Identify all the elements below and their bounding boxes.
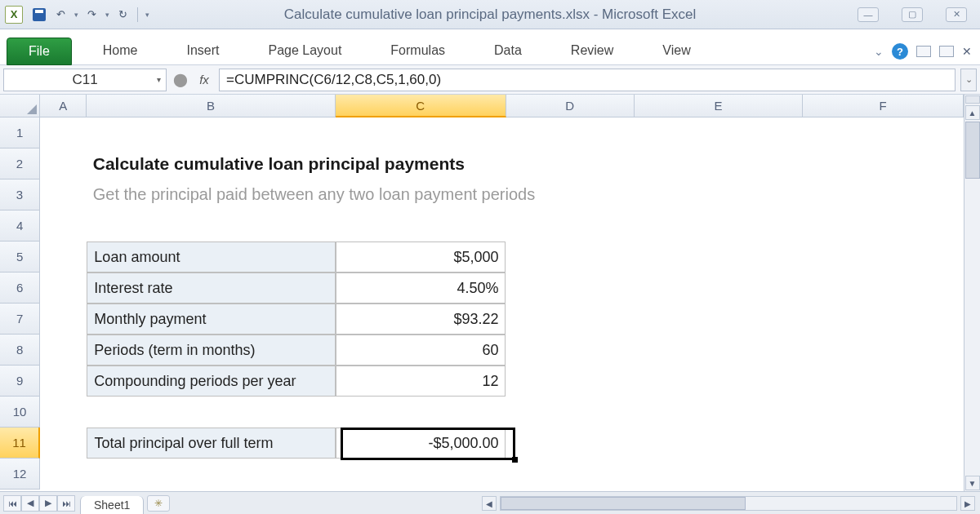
cell[interactable] <box>636 148 804 179</box>
row-header-11[interactable]: 11 <box>0 428 40 459</box>
cell[interactable] <box>506 241 634 273</box>
fx-icon[interactable]: fx <box>194 73 214 86</box>
cell[interactable] <box>803 335 964 366</box>
scroll-down-button[interactable]: ▼ <box>965 476 980 490</box>
cell[interactable] <box>40 459 87 490</box>
qat-customize[interactable]: ▾ <box>143 5 151 24</box>
cell[interactable] <box>635 210 803 241</box>
cell[interactable] <box>636 179 804 210</box>
cell[interactable] <box>40 148 87 179</box>
vertical-scrollbar[interactable]: ▲ ▼ <box>964 95 980 491</box>
row-header-3[interactable]: 3 <box>0 179 40 210</box>
cell[interactable] <box>336 210 506 241</box>
row-header-12[interactable]: 12 <box>0 459 40 490</box>
col-header-A[interactable]: A <box>40 95 87 117</box>
cell[interactable] <box>803 366 964 397</box>
cell[interactable] <box>40 428 87 459</box>
sheet-nav-prev[interactable]: ◀ <box>21 495 39 512</box>
tab-formulas[interactable]: Formulas <box>372 37 463 64</box>
scroll-left-button[interactable]: ◀ <box>482 496 497 511</box>
cell[interactable] <box>506 459 634 490</box>
cell[interactable] <box>506 210 634 241</box>
minimize-button[interactable]: — <box>858 7 879 22</box>
cell[interactable] <box>635 366 803 397</box>
cell[interactable] <box>635 397 803 428</box>
cell[interactable] <box>40 117 87 148</box>
cell[interactable] <box>340 179 509 210</box>
col-header-F[interactable]: F <box>803 95 964 117</box>
sheet-nav-last[interactable]: ⏭ <box>57 495 75 512</box>
cell[interactable] <box>40 241 87 273</box>
scroll-up-button[interactable]: ▲ <box>965 105 980 120</box>
cell[interactable]: Interest rate <box>87 273 336 304</box>
cell[interactable] <box>40 273 87 304</box>
cell[interactable]: $93.22 <box>336 304 506 335</box>
help-icon[interactable]: ? <box>892 43 908 60</box>
cell[interactable]: 60 <box>336 335 506 366</box>
cell[interactable] <box>336 459 506 490</box>
tab-data[interactable]: Data <box>476 37 540 64</box>
file-tab[interactable]: File <box>7 38 72 65</box>
cell[interactable] <box>506 273 634 304</box>
sheet-nav-next[interactable]: ▶ <box>39 495 57 512</box>
cell[interactable] <box>40 397 87 428</box>
cell[interactable]: Calculate cumulative loan principal paym… <box>87 148 340 179</box>
scroll-right-button[interactable]: ▶ <box>960 496 975 511</box>
cell[interactable] <box>803 273 964 304</box>
cell[interactable] <box>336 117 506 148</box>
new-sheet-button[interactable]: ✳ <box>147 495 170 512</box>
cancel-icon[interactable]: ⬤ <box>172 72 189 87</box>
undo-button[interactable]: ↶ <box>51 5 70 24</box>
cell[interactable] <box>506 397 634 428</box>
formula-bar-expand[interactable]: ⌄ <box>960 69 977 91</box>
cell[interactable] <box>506 304 634 335</box>
sheet-nav-first[interactable]: ⏮ <box>3 495 21 512</box>
save-button[interactable] <box>29 5 49 24</box>
cell[interactable] <box>635 273 803 304</box>
tab-home[interactable]: Home <box>85 37 156 64</box>
cell[interactable] <box>336 397 506 428</box>
cell[interactable]: 12 <box>336 366 506 397</box>
cell[interactable] <box>40 179 87 210</box>
cell[interactable] <box>803 397 964 428</box>
row-header-5[interactable]: 5 <box>0 241 40 273</box>
cell[interactable] <box>340 148 509 179</box>
v-scroll-track[interactable] <box>965 122 980 474</box>
sheet-tab-sheet1[interactable]: Sheet1 <box>80 496 144 515</box>
cell[interactable] <box>40 304 87 335</box>
cell[interactable]: -$5,000.00 <box>336 428 506 459</box>
col-header-B[interactable]: B <box>87 95 336 117</box>
workbook-restore-button[interactable] <box>939 46 954 57</box>
ribbon-minimize-icon[interactable]: ⌄ <box>874 45 884 58</box>
cell[interactable]: Loan amount <box>87 241 336 273</box>
cell[interactable] <box>635 304 803 335</box>
cell[interactable] <box>509 179 636 210</box>
formula-input[interactable]: =CUMPRINC(C6/12,C8,C5,1,60,0) <box>219 69 956 91</box>
select-all-button[interactable] <box>0 95 40 117</box>
undo-dropdown[interactable]: ▾ <box>72 5 80 24</box>
cell[interactable] <box>803 459 964 490</box>
cell[interactable] <box>635 335 803 366</box>
cell[interactable] <box>635 117 803 148</box>
cell[interactable] <box>87 459 336 490</box>
close-button[interactable]: ✕ <box>946 7 967 22</box>
cell[interactable] <box>506 335 634 366</box>
cell[interactable] <box>635 241 803 273</box>
refresh-button[interactable]: ↻ <box>113 5 132 24</box>
cell[interactable] <box>40 210 87 241</box>
v-scroll-thumb[interactable] <box>965 122 980 179</box>
cell[interactable] <box>506 366 634 397</box>
name-box-dropdown-icon[interactable]: ▾ <box>157 75 161 84</box>
cell[interactable] <box>803 241 964 273</box>
cell[interactable] <box>509 148 636 179</box>
cell[interactable] <box>803 210 964 241</box>
col-header-D[interactable]: D <box>506 95 635 117</box>
tab-review[interactable]: Review <box>553 37 631 64</box>
row-header-10[interactable]: 10 <box>0 397 40 428</box>
cell[interactable] <box>635 459 803 490</box>
tab-page-layout[interactable]: Page Layout <box>250 37 359 64</box>
row-header-7[interactable]: 7 <box>0 304 40 335</box>
cell[interactable] <box>803 304 964 335</box>
cell[interactable] <box>635 428 803 459</box>
col-header-C[interactable]: C <box>336 95 506 117</box>
